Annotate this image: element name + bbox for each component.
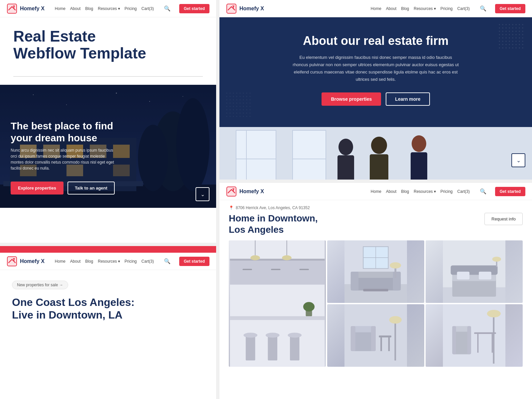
logo-icon-3 xyxy=(7,256,17,267)
svg-rect-103 xyxy=(388,337,390,351)
logo-icon-2 xyxy=(226,3,237,14)
nav-links-1: Home About Blog Resources ▾ Pricing Cart… xyxy=(55,4,209,13)
browse-properties-btn[interactable]: Browse properties xyxy=(322,92,381,106)
panel-listing: Homefy X Home About Blog Resources ▾ Pri… xyxy=(0,246,216,399)
nav-cart-1[interactable]: Cart(3) xyxy=(141,6,154,11)
explore-properties-btn[interactable]: Explore properties xyxy=(11,182,64,195)
svg-rect-25 xyxy=(227,4,236,13)
panel-landing: Homefy X Home About Blog Resources ▾ Pri… xyxy=(0,0,216,243)
logo-landing[interactable]: Homefy X xyxy=(7,3,45,14)
search-icon-2[interactable]: 🔍 xyxy=(480,5,486,12)
svg-rect-78 xyxy=(393,272,401,290)
hero-buttons: Explore properties Talk to an agent xyxy=(11,182,115,195)
nav-blog-3[interactable]: Blog xyxy=(85,259,93,264)
request-info-btn[interactable]: Request info xyxy=(484,213,523,225)
property-title-row: Home in Downtown, Los Angeles Request in… xyxy=(229,213,523,235)
logo-about[interactable]: Homefy X xyxy=(226,3,264,14)
listing-red-bar xyxy=(0,246,216,253)
svg-point-100 xyxy=(389,316,402,324)
svg-rect-55 xyxy=(230,259,325,285)
nav-cart-3[interactable]: Cart(3) xyxy=(141,259,154,264)
brand-name-3: Homefy X xyxy=(20,258,45,264)
nav-pricing-2[interactable]: Pricing xyxy=(441,6,453,11)
svg-point-106 xyxy=(487,310,501,318)
get-started-btn-2[interactable]: Get started xyxy=(495,4,525,13)
nav-resources-4[interactable]: Resources ▾ xyxy=(414,189,436,194)
nav-about-3[interactable]: About xyxy=(70,259,80,264)
svg-point-43 xyxy=(412,135,426,152)
search-icon-4[interactable]: 🔍 xyxy=(480,188,486,195)
svg-rect-46 xyxy=(7,257,17,266)
nav-blog-1[interactable]: Blog xyxy=(85,6,93,11)
svg-rect-109 xyxy=(452,326,456,354)
svg-point-72 xyxy=(303,302,315,312)
nav-about-4[interactable]: About xyxy=(386,189,396,194)
logo-detail[interactable]: Homefy X xyxy=(226,186,264,197)
property-image-main[interactable] xyxy=(229,240,326,367)
nav-about-1[interactable]: About xyxy=(70,6,80,11)
svg-rect-35 xyxy=(246,130,247,180)
svg-rect-77 xyxy=(351,272,359,290)
talk-agent-btn[interactable]: Talk to an agent xyxy=(67,182,115,195)
svg-rect-113 xyxy=(492,334,493,352)
property-image-dining[interactable] xyxy=(426,304,523,367)
listing-title: One Coast Los Angeles: Live in Downtown,… xyxy=(12,296,204,322)
chevron-down-icon-2: ▾ xyxy=(434,6,436,11)
property-image-bedroom[interactable] xyxy=(426,240,523,303)
bath-svg xyxy=(327,304,424,367)
about-desc: Eu elementum vel dignissim faucibus nisi… xyxy=(293,54,459,83)
learn-more-btn[interactable]: Learn more xyxy=(386,92,430,106)
hero-heading: The best place to find your dream house xyxy=(11,120,117,144)
property-title: Home in Downtown, Los Angeles xyxy=(229,213,318,235)
brand-name-2: Homefy X xyxy=(239,6,264,12)
nav-resources-3[interactable]: Resources ▾ xyxy=(98,259,120,264)
nav-about-2[interactable]: About xyxy=(386,6,396,11)
property-header: 📍 8706 Herrick Ave, Los Angeles, CA 9135… xyxy=(219,200,532,235)
nav-home-2[interactable]: Home xyxy=(371,6,381,11)
property-address: 📍 8706 Herrick Ave, Los Angeles, CA 9135… xyxy=(229,205,523,210)
dining-svg xyxy=(426,304,523,367)
nav-resources-1[interactable]: Resources ▾ xyxy=(98,6,120,11)
chevron-down-icon-hero: ⌄ xyxy=(200,191,205,198)
svg-rect-57 xyxy=(243,269,252,270)
new-properties-tag[interactable]: New properties for sale → xyxy=(12,281,68,289)
svg-rect-36 xyxy=(236,159,276,159)
nav-pricing-4[interactable]: Pricing xyxy=(441,189,453,194)
search-icon-3[interactable]: 🔍 xyxy=(164,258,171,264)
scroll-down-btn-about[interactable]: ⌄ xyxy=(511,153,525,167)
living-svg xyxy=(327,240,424,303)
nav-resources-2[interactable]: Resources ▾ xyxy=(414,6,436,11)
svg-point-64 xyxy=(266,333,280,338)
about-buttons: Browse properties Learn more xyxy=(246,92,505,106)
get-started-btn-3[interactable]: Get started xyxy=(179,257,209,266)
chevron-down-icon-about: ⌄ xyxy=(516,157,521,164)
svg-rect-42 xyxy=(370,154,388,180)
svg-rect-91 xyxy=(479,272,491,280)
property-image-living[interactable] xyxy=(327,240,424,303)
svg-point-93 xyxy=(492,257,501,262)
hero-body-text: Nunc arcu dignissim nec sit aliquam puru… xyxy=(11,147,117,171)
scroll-down-btn-1[interactable]: ⌄ xyxy=(196,187,209,201)
svg-rect-38 xyxy=(293,159,326,159)
property-image-bath[interactable] xyxy=(327,304,424,367)
nav-blog-2[interactable]: Blog xyxy=(401,6,409,11)
search-icon-1[interactable]: 🔍 xyxy=(164,5,171,12)
svg-rect-79 xyxy=(363,289,388,292)
svg-rect-99 xyxy=(394,320,396,360)
panel-property-detail: Homefy X Home About Blog Resources ▾ Pri… xyxy=(219,183,532,399)
nav-pricing-1[interactable]: Pricing xyxy=(125,6,137,11)
nav-cart-4[interactable]: Cart(3) xyxy=(457,189,469,194)
logo-listing[interactable]: Homefy X xyxy=(7,256,45,267)
get-started-btn-4[interactable]: Get started xyxy=(495,187,525,196)
svg-point-84 xyxy=(390,262,401,269)
nav-cart-2[interactable]: Cart(3) xyxy=(457,6,469,11)
nav-pricing-3[interactable]: Pricing xyxy=(125,259,137,264)
nav-home-4[interactable]: Home xyxy=(371,189,381,194)
svg-rect-58 xyxy=(271,269,281,270)
svg-rect-90 xyxy=(457,272,469,280)
nav-home-1[interactable]: Home xyxy=(55,6,66,11)
get-started-btn-1[interactable]: Get started xyxy=(179,4,209,13)
nav-blog-4[interactable]: Blog xyxy=(401,189,409,194)
nav-home-3[interactable]: Home xyxy=(55,259,66,264)
svg-point-41 xyxy=(371,137,387,154)
